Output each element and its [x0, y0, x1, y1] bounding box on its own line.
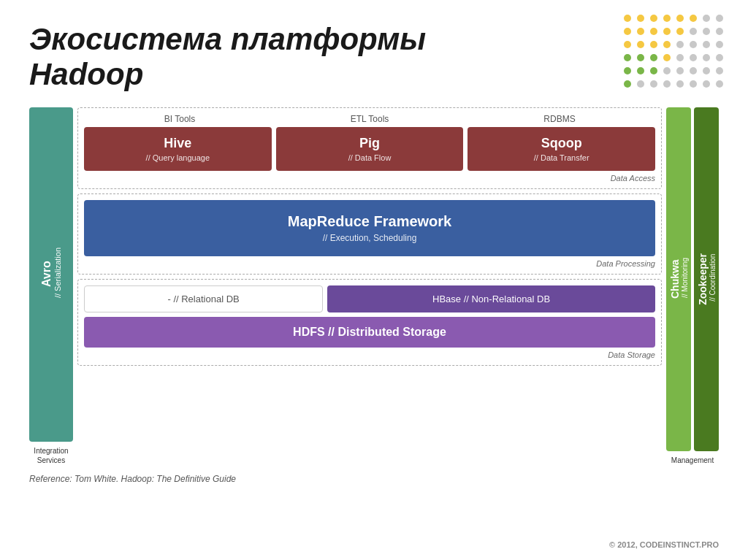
- dot-25: [637, 54, 644, 61]
- right-sidebars-container: Chukwa // Monitoring Zookeeper // Coordi…: [666, 107, 719, 465]
- mapreduce-title: MapReduce Framework: [90, 213, 649, 230]
- avro-subtitle: // Serialization: [53, 248, 62, 298]
- dot-47: [716, 80, 723, 88]
- dot-37: [690, 67, 697, 74]
- dot-18: [650, 41, 657, 48]
- dot-34: [650, 67, 657, 74]
- dot-29: [690, 54, 697, 61]
- hive-title: Hive: [90, 136, 266, 151]
- hdfs-label: HDFS // Distributed Storage: [90, 326, 649, 339]
- left-sidebar-container: Avro // Serialization Integration Servic…: [29, 107, 73, 465]
- dot-7: [716, 15, 723, 22]
- dot-6: [703, 15, 710, 22]
- data-processing-label: Data Processing: [84, 259, 655, 268]
- dot-39: [716, 67, 723, 74]
- dot-17: [637, 41, 644, 48]
- storage-row1: - // Relational DB HBase // Non-Relation…: [84, 285, 655, 312]
- pig-sub: // Data Flow: [282, 153, 458, 162]
- dot-5: [690, 15, 697, 22]
- center-area: BI Tools ETL Tools RDBMS Hive // Query l…: [77, 107, 662, 465]
- sqoop-sub: // Data Transfer: [473, 153, 649, 162]
- dot-31: [716, 54, 723, 61]
- dot-35: [663, 67, 671, 74]
- dot-20: [676, 41, 684, 48]
- chukwa-sidebar: Chukwa // Monitoring: [666, 107, 691, 451]
- dot-26: [650, 54, 657, 61]
- hbase-label: HBase // Non-Relational DB: [432, 294, 550, 304]
- dot-3: [663, 15, 671, 22]
- hbase-card: HBase // Non-Relational DB: [327, 285, 655, 312]
- dot-46: [703, 80, 710, 88]
- zookeeper-label: Zookeeper: [697, 253, 709, 305]
- dot-10: [650, 28, 657, 35]
- hive-sub: // Query language: [90, 153, 266, 162]
- chukwa-label: Chukwa: [669, 258, 681, 301]
- dot-19: [663, 41, 671, 48]
- dot-33: [637, 67, 644, 74]
- dot-40: [624, 80, 631, 88]
- pig-title: Pig: [282, 136, 458, 151]
- mapreduce-card: MapReduce Framework // Execution, Schedu…: [84, 200, 655, 256]
- data-access-label: Data Access: [84, 174, 655, 183]
- dot-23: [716, 41, 723, 48]
- dot-28: [676, 54, 684, 61]
- dot-44: [676, 80, 684, 88]
- tool-cards: Hive // Query language Pig // Data Flow …: [84, 127, 655, 171]
- dot-1: [637, 15, 644, 22]
- pig-card: Pig // Data Flow: [276, 127, 464, 171]
- dot-grid-decoration: [624, 15, 726, 91]
- chukwa-col: Chukwa // Monitoring: [666, 107, 691, 451]
- data-storage-label: Data Storage: [84, 350, 655, 359]
- dot-27: [663, 54, 671, 61]
- dot-24: [624, 54, 631, 61]
- avro-sidebar: Avro // Serialization: [29, 107, 73, 442]
- rdbms-label: RDBMS: [467, 114, 652, 124]
- dot-41: [637, 80, 644, 88]
- dot-14: [703, 28, 710, 35]
- zookeeper-sidebar: Zookeeper // Coordination: [694, 107, 719, 451]
- right-sidebars-inner: Chukwa // Monitoring Zookeeper // Coordi…: [666, 107, 719, 451]
- sqoop-title: Sqoop: [473, 136, 649, 151]
- dot-11: [663, 28, 671, 35]
- dot-12: [676, 28, 684, 35]
- hdfs-card: HDFS // Distributed Storage: [84, 317, 655, 348]
- tools-labels: BI Tools ETL Tools RDBMS: [84, 114, 655, 124]
- hadoop-ecosystem-diagram: Avro // Serialization Integration Servic…: [29, 107, 719, 465]
- zookeeper-subtitle: // Coordination: [709, 253, 717, 302]
- copyright-text: © 2012, CODEINSTINCT.PRO: [609, 540, 719, 549]
- dot-2: [650, 15, 657, 22]
- avro-label: Avro: [40, 248, 53, 301]
- integration-services-label: Integration Services: [34, 446, 68, 465]
- dot-42: [650, 80, 657, 88]
- zookeeper-col: Zookeeper // Coordination: [694, 107, 719, 451]
- dot-15: [716, 28, 723, 35]
- dot-30: [703, 54, 710, 61]
- data-access-section: BI Tools ETL Tools RDBMS Hive // Query l…: [77, 107, 662, 189]
- page: Экосистема платформы Hadoop Avro // Seri…: [0, 0, 748, 560]
- dot-13: [690, 28, 697, 35]
- bi-tools-label: BI Tools: [87, 114, 272, 124]
- dot-38: [703, 67, 710, 74]
- dot-32: [624, 67, 631, 74]
- dot-45: [690, 80, 697, 88]
- data-storage-section: - // Relational DB HBase // Non-Relation…: [77, 279, 662, 366]
- dot-22: [703, 41, 710, 48]
- management-label: Management: [671, 456, 714, 465]
- dot-16: [624, 41, 631, 48]
- dot-9: [637, 28, 644, 35]
- chukwa-subtitle: // Monitoring: [681, 258, 689, 298]
- mapreduce-sub: // Execution, Scheduling: [90, 233, 649, 243]
- relational-db-card: - // Relational DB: [84, 285, 323, 312]
- data-processing-section: MapReduce Framework // Execution, Schedu…: [77, 193, 662, 275]
- hive-card: Hive // Query language: [84, 127, 272, 171]
- dot-21: [690, 41, 697, 48]
- dot-43: [663, 80, 671, 88]
- dot-8: [624, 28, 631, 35]
- page-title: Экосистема платформы Hadoop: [29, 22, 719, 93]
- reference-text: Reference: Tom White. Hadoop: The Defini…: [29, 474, 719, 484]
- dot-4: [676, 15, 684, 22]
- etl-tools-label: ETL Tools: [277, 114, 462, 124]
- dot-36: [676, 67, 684, 74]
- dot-0: [624, 15, 631, 22]
- sqoop-card: Sqoop // Data Transfer: [468, 127, 655, 171]
